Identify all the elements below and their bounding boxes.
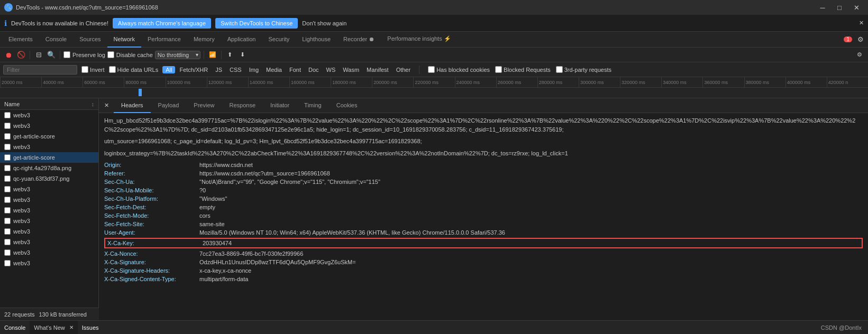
filter-fetch-xhr-button[interactable]: Fetch/XHR bbox=[176, 66, 211, 73]
header-name-user-agent: User-Agent: bbox=[104, 229, 199, 236]
filter-input[interactable] bbox=[3, 65, 77, 75]
filter-manifest-button[interactable]: Manifest bbox=[363, 66, 392, 73]
dont-show-again[interactable]: Don't show again bbox=[302, 20, 346, 26]
request-item-webv3-2[interactable]: webv3 bbox=[0, 120, 98, 131]
network-panel: ⏺ 🚫 ⊟ 🔍 Preserve log Disable cache No th… bbox=[0, 48, 868, 334]
header-name-sec-fetch-mode: Sec-Fetch-Mode: bbox=[104, 212, 199, 219]
filter-all-button[interactable]: All bbox=[162, 66, 175, 73]
tab-performance-insights[interactable]: Performance insights ⚡ bbox=[381, 32, 457, 48]
filter-css-button[interactable]: CSS bbox=[226, 66, 245, 73]
detail-tab-timing[interactable]: Timing bbox=[297, 98, 329, 113]
header-value-sec-ch-ua-mobile: ?0 bbox=[199, 187, 206, 193]
request-item-qc-yuan[interactable]: qc-yuan.63f3df37.png bbox=[0, 173, 98, 184]
request-item-get-article-score-2[interactable]: get-article-score bbox=[0, 152, 98, 163]
tab-memory[interactable]: Memory bbox=[187, 32, 221, 48]
invert-checkbox[interactable]: Invert bbox=[81, 66, 105, 73]
clear-button[interactable]: 🚫 bbox=[16, 50, 26, 60]
request-item-webv3-7[interactable]: webv3 bbox=[0, 216, 98, 226]
filter-bar: Invert Hide data URLs All Fetch/XHR JS C… bbox=[0, 62, 868, 77]
request-name: webv3 bbox=[13, 249, 30, 256]
detail-tab-payload[interactable]: Payload bbox=[151, 98, 187, 113]
header-value-sec-fetch-dest: empty bbox=[199, 204, 215, 210]
sort-icon[interactable]: ↕ bbox=[92, 101, 95, 107]
timeline-mark-2: 40000 ms bbox=[41, 77, 83, 88]
tab-console[interactable]: Console bbox=[39, 32, 73, 48]
timeline-mark-5: 100000 ms bbox=[166, 77, 207, 88]
minimize-button[interactable]: ─ bbox=[815, 0, 830, 15]
request-item-webv3-3[interactable]: webv3 bbox=[0, 142, 98, 152]
blocked-requests-checkbox[interactable]: Blocked Requests bbox=[495, 66, 551, 73]
request-name: get-article-score bbox=[13, 154, 55, 161]
filter-js-button[interactable]: JS bbox=[212, 66, 225, 73]
header-name-origin: Origin: bbox=[104, 162, 199, 168]
request-item-webv3-11[interactable]: webv3 bbox=[0, 258, 98, 268]
filter-wasm-button[interactable]: Wasm bbox=[340, 66, 362, 73]
whats-new-label: What's New bbox=[34, 324, 65, 331]
timeline-mark-18: 360000 ms bbox=[702, 77, 744, 88]
title-bar-left: 🔧 DevTools - www.csdn.net/qc?utm_source=… bbox=[4, 3, 158, 12]
requests-panel: Name ↕ webv3 webv3 get-article-score web… bbox=[0, 98, 99, 334]
header-name-x-ca-key: X-Ca-Key: bbox=[107, 240, 203, 246]
close-detail-button[interactable]: ✕ bbox=[99, 98, 114, 113]
stop-recording-button[interactable]: ⏺ bbox=[3, 50, 14, 60]
filter-doc-button[interactable]: Doc bbox=[305, 66, 322, 73]
filter-img-button[interactable]: Img bbox=[246, 66, 262, 73]
detail-tab-response[interactable]: Response bbox=[222, 98, 263, 113]
request-name: get-article-score bbox=[13, 133, 55, 140]
maximize-button[interactable]: □ bbox=[832, 0, 847, 15]
settings-icon[interactable]: ⚙ bbox=[855, 34, 866, 45]
filter-font-button[interactable]: Font bbox=[286, 66, 304, 73]
tab-network[interactable]: Network bbox=[107, 32, 141, 48]
request-name: qc-yuan.63f3df37.png bbox=[13, 175, 69, 182]
throttling-select[interactable]: No throttling bbox=[155, 51, 200, 59]
import-button[interactable]: ⬆ bbox=[225, 50, 235, 60]
search-button[interactable]: 🔍 bbox=[46, 50, 57, 60]
tab-sources[interactable]: Sources bbox=[73, 32, 107, 48]
tab-application[interactable]: Application bbox=[221, 32, 262, 48]
has-blocked-cookies-checkbox[interactable]: Has blocked cookies bbox=[428, 66, 490, 73]
tab-lighthouse[interactable]: Lighthouse bbox=[296, 32, 337, 48]
info-bar-close[interactable]: ✕ bbox=[859, 20, 864, 26]
request-name: webv3 bbox=[13, 260, 30, 266]
detail-tab-preview[interactable]: Preview bbox=[186, 98, 222, 113]
header-value-origin: https://www.csdn.net bbox=[199, 162, 253, 168]
tab-recorder[interactable]: Recorder ⏺ bbox=[337, 32, 381, 48]
switch-devtools-button[interactable]: Switch DevTools to Chinese bbox=[215, 18, 298, 29]
hide-data-urls-checkbox[interactable]: Hide data URLs bbox=[109, 66, 159, 73]
request-item-webv3-5[interactable]: webv3 bbox=[0, 194, 98, 205]
filter-ws-button[interactable]: WS bbox=[323, 66, 339, 73]
whats-new-close[interactable]: ✕ bbox=[69, 324, 74, 330]
detail-tab-cookies[interactable]: Cookies bbox=[329, 98, 365, 113]
request-item-webv3-1[interactable]: webv3 bbox=[0, 110, 98, 120]
detail-tab-headers[interactable]: Headers bbox=[114, 98, 151, 113]
match-language-button[interactable]: Always match Chrome's language bbox=[113, 18, 211, 29]
request-item-webv3-10[interactable]: webv3 bbox=[0, 247, 98, 258]
third-party-requests-checkbox[interactable]: 3rd-party requests bbox=[556, 66, 611, 73]
disable-cache-checkbox[interactable]: Disable cache bbox=[107, 51, 153, 58]
close-button[interactable]: ✕ bbox=[849, 0, 864, 15]
detail-tab-initiator[interactable]: Initiator bbox=[263, 98, 297, 113]
status-tab-whats-new[interactable]: What's New ✕ bbox=[30, 321, 77, 335]
filter-toggle-button[interactable]: ⊟ bbox=[33, 50, 44, 60]
request-item-webv3-8[interactable]: webv3 bbox=[0, 226, 98, 237]
status-tab-issues[interactable]: Issues bbox=[78, 321, 103, 335]
filter-other-button[interactable]: Other bbox=[393, 66, 414, 73]
status-tab-console[interactable]: Console bbox=[0, 321, 30, 335]
export-button[interactable]: ⬇ bbox=[237, 50, 248, 60]
request-item-webv3-4[interactable]: webv3 bbox=[0, 184, 98, 194]
tab-security[interactable]: Security bbox=[262, 32, 296, 48]
request-item-qc-right[interactable]: qc-right.4a297d8a.png bbox=[0, 163, 98, 173]
request-item-webv3-6[interactable]: webv3 bbox=[0, 205, 98, 216]
filter-separator bbox=[419, 66, 419, 74]
tab-elements[interactable]: Elements bbox=[2, 32, 39, 48]
header-long-value-3: loginbox_strategy=%7B%22taskId%22%3A270%… bbox=[104, 149, 863, 158]
tab-performance[interactable]: Performance bbox=[141, 32, 187, 48]
request-item-get-article-score-1[interactable]: get-article-score bbox=[0, 131, 98, 142]
request-item-webv3-9[interactable]: webv3 bbox=[0, 237, 98, 247]
wifi-icon[interactable]: 📶 bbox=[207, 50, 218, 60]
preserve-log-checkbox[interactable]: Preserve log bbox=[63, 51, 105, 58]
badge: 1 bbox=[844, 36, 852, 42]
toolbar-settings[interactable]: ⚙ bbox=[854, 50, 865, 60]
timeline-mark-1: 20000 ms bbox=[0, 77, 41, 88]
filter-media-button[interactable]: Media bbox=[263, 66, 285, 73]
